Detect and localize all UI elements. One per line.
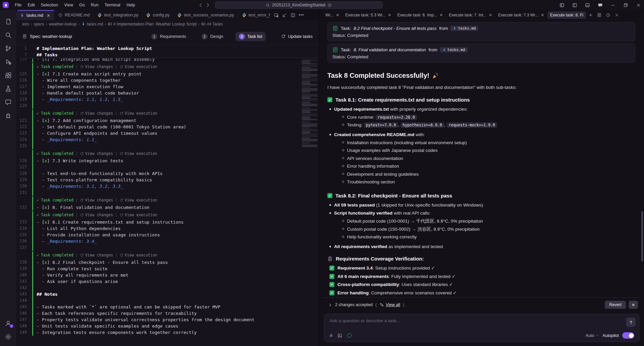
editor-tab[interactable]: config.py xyxy=(142,10,173,20)
chat-tab-close-icon[interactable]: ✕ xyxy=(489,13,492,17)
line-number[interactable]: 123 xyxy=(16,130,32,136)
line-number[interactable]: 141 xyxy=(16,278,32,285)
chevron-right-icon[interactable] xyxy=(328,303,332,307)
line-number[interactable]: 131 xyxy=(16,189,32,196)
line-text[interactable]: - Provide installation and usage instruc… xyxy=(37,232,160,238)
chat-tab[interactable]: Execute task: 7. Int...✕ xyxy=(446,11,495,19)
revert-button[interactable]: Revert xyxy=(605,301,626,309)
line-number[interactable] xyxy=(16,110,32,117)
chat-input[interactable]: Ask a question or describe a task... # A… xyxy=(324,314,639,342)
view-execution-link[interactable]: View execution xyxy=(119,63,157,71)
menu-file[interactable]: File xyxy=(12,2,24,8)
chat-tab-close-icon[interactable]: ✕ xyxy=(541,13,544,17)
tab-action-preview-icon[interactable] xyxy=(274,13,279,18)
window-restore-button[interactable] xyxy=(620,1,631,9)
line-number[interactable]: 126 xyxy=(16,158,32,164)
line-number[interactable]: 128 xyxy=(16,170,32,177)
breadcrumb-item[interactable]: ## Tasks xyxy=(201,22,223,26)
view-changes-link[interactable]: View changes xyxy=(80,109,113,118)
menu-view[interactable]: View xyxy=(61,2,76,8)
chat-tab-close-icon[interactable]: ✕ xyxy=(336,13,339,17)
menu-selection[interactable]: Selection xyxy=(38,2,61,8)
command-search-box[interactable]: 20251213_KiroGettingStarted xyxy=(215,1,383,9)
line-text[interactable]: - [x] 8.2 Final checkpoint - Ensure all … xyxy=(37,259,168,266)
line-number[interactable]: 115 xyxy=(16,71,32,77)
autopilot-toggle[interactable] xyxy=(622,332,634,339)
line-number[interactable]: 137 xyxy=(16,244,32,251)
line-text[interactable]: - Run complete test suite xyxy=(37,266,107,272)
line-text[interactable]: - Handle default postal code behavior xyxy=(37,90,139,96)
activitybar-settings[interactable] xyxy=(1,330,15,343)
line-number[interactable]: 139 xyxy=(16,266,32,272)
line-number[interactable]: 127 xyxy=(16,164,32,170)
view-changes-link[interactable]: View changes xyxy=(80,196,113,205)
activitybar-testing[interactable] xyxy=(1,82,15,95)
line-text[interactable]: - [x] 7.3 Write integration tests xyxy=(37,158,123,164)
mcp-status-icon[interactable] xyxy=(347,333,352,338)
context-hash-icon[interactable]: # xyxy=(330,333,332,338)
line-text[interactable]: # Implementation Plan: Weather Lookup Sc… xyxy=(37,45,152,52)
breadcrumb-item[interactable]: weather-lookup xyxy=(49,22,76,26)
line-text[interactable]: - Implement main execution flow xyxy=(37,83,123,90)
line-number[interactable] xyxy=(16,211,32,219)
send-button[interactable] xyxy=(626,318,636,327)
chat-tab[interactable]: Execute task: 7.3 Wr...✕ xyxy=(495,11,547,19)
view-execution-link[interactable]: View execution xyxy=(119,150,157,158)
editor-tab[interactable]: test_integration.py xyxy=(94,10,142,20)
line-number[interactable]: 149 xyxy=(16,329,32,336)
chat-tab[interactable]: Execute task: 6. Imp...✕ xyxy=(394,11,445,19)
menu-run[interactable]: Run xyxy=(88,2,101,8)
line-number[interactable]: 7 xyxy=(16,52,32,58)
line-number[interactable]: 146 xyxy=(16,310,32,316)
chat-close-icon[interactable] xyxy=(613,11,621,19)
line-number[interactable]: 116 xyxy=(16,77,32,83)
line-text[interactable]: - Ask user if questions arise xyxy=(37,278,118,285)
line-number[interactable] xyxy=(16,63,32,71)
editor-tab[interactable]: tasks.md✕ xyxy=(16,10,54,20)
line-text[interactable]: - Test cross-platform compatibility basi… xyxy=(37,177,152,183)
line-text[interactable]: - List all Python dependencies xyxy=(37,225,120,232)
line-number[interactable]: 144 xyxy=(16,297,32,304)
line-number[interactable]: 122 xyxy=(16,124,32,130)
line-number[interactable]: 118 xyxy=(16,90,32,96)
layout-toggle-button[interactable] xyxy=(556,1,568,9)
activitybar-extensions[interactable] xyxy=(1,68,15,82)
line-number[interactable]: 135 xyxy=(16,232,32,238)
editor-tab[interactable]: README.md xyxy=(54,10,94,20)
chat-tab[interactable]: Execute task: 5.3 Wr...✕ xyxy=(343,11,394,19)
activitybar-run-debug[interactable] xyxy=(1,55,15,68)
breadcrumb-item[interactable]: .kiro xyxy=(21,22,29,26)
line-number[interactable] xyxy=(16,196,32,204)
forward-icon[interactable] xyxy=(205,3,210,8)
line-number[interactable] xyxy=(16,251,32,259)
line-number[interactable]: 140 xyxy=(16,272,32,278)
back-icon[interactable] xyxy=(198,3,203,8)
editor-body[interactable]: 1# Implementation Plan: Weather Lookup S… xyxy=(16,45,319,346)
line-text[interactable]: - Configure API endpoints and timeout va… xyxy=(37,130,157,136)
activitybar-source-control[interactable] xyxy=(1,42,15,55)
line-number[interactable]: 117 xyxy=(16,83,32,90)
spec-step-task-list[interactable]: 3Task list xyxy=(235,32,266,41)
line-number[interactable]: 148 xyxy=(16,323,32,329)
activitybar-chat[interactable] xyxy=(1,95,15,109)
view-changes-link[interactable]: View changes xyxy=(80,63,113,71)
line-number[interactable]: 132 xyxy=(16,204,32,211)
line-number[interactable]: 145 xyxy=(16,304,32,310)
line-number[interactable]: 136 xyxy=(16,238,32,244)
menu-go[interactable]: Go xyxy=(76,2,88,8)
line-number[interactable]: 134 xyxy=(16,225,32,232)
chat-scroll-area[interactable]: Task: 8.2 Final checkpoint - Ensure all … xyxy=(319,20,644,297)
breadcrumb-item[interactable]: specs xyxy=(34,22,44,26)
view-execution-link[interactable]: View execution xyxy=(119,251,157,260)
line-text[interactable]: - Property tests validate universal corr… xyxy=(37,316,255,323)
view-execution-link[interactable]: View execution xyxy=(119,196,157,205)
line-text[interactable]: - [x] 8.1 Create requirements.txt and se… xyxy=(37,219,183,225)
task-file-chip[interactable]: tasks.md xyxy=(440,47,468,52)
chat-tab-close-icon[interactable]: ✕ xyxy=(439,13,443,17)
line-number[interactable]: 124 xyxy=(16,136,32,143)
minimap[interactable] xyxy=(302,46,317,147)
chat-tab[interactable]: Wr...✕ xyxy=(323,11,342,19)
view-changes-link[interactable]: View changes xyxy=(80,211,113,219)
more-actions-icon[interactable]: ••• xyxy=(299,13,304,17)
menu-edit[interactable]: Edit xyxy=(25,2,38,8)
